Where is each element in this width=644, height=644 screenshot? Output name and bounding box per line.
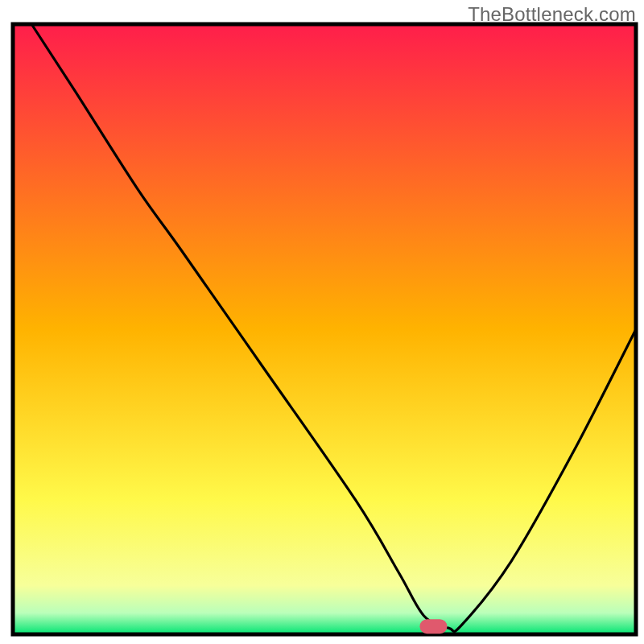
watermark-text: TheBottleneck.com: [468, 3, 636, 26]
chart-stage: TheBottleneck.com: [0, 0, 644, 644]
plot-background: [13, 24, 636, 634]
bottleneck-chart: [0, 0, 644, 644]
result-marker: [419, 619, 447, 634]
